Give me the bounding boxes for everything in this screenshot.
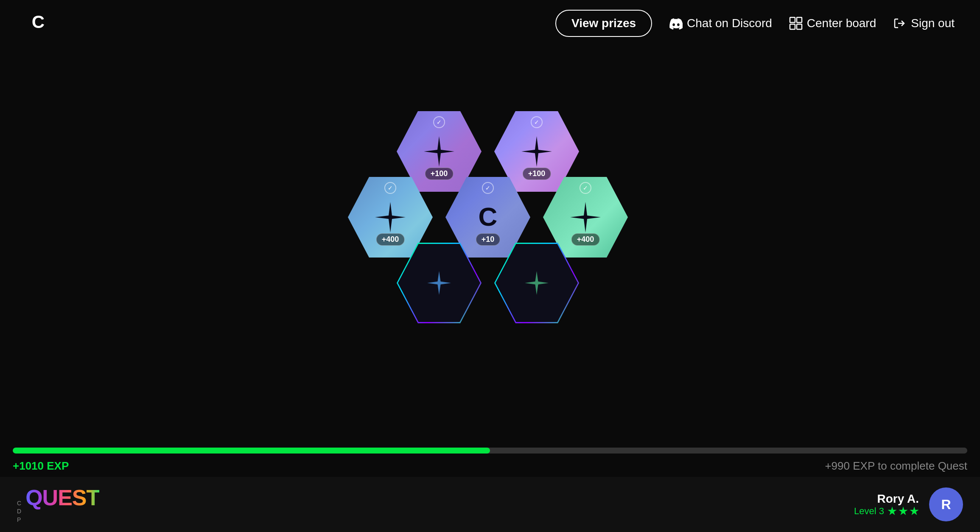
sign-out-label: Sign out — [911, 17, 955, 30]
level-star-1 — [888, 507, 897, 516]
progress-section: +1010 EXP +990 EXP to complete Quest — [13, 448, 967, 473]
hex-bot-left[interactable] — [397, 243, 482, 323]
star-icon-mid-left — [373, 200, 407, 234]
bottom-bar: C D P QUEST Rory A. Level 3 R — [0, 477, 980, 532]
sign-out-icon — [893, 17, 907, 30]
user-level: Level 3 — [854, 506, 919, 517]
level-star-2 — [899, 507, 908, 516]
svg-text:C: C — [32, 12, 45, 32]
star-icon-top-left — [422, 134, 456, 168]
exp-remaining: +990 EXP to complete Quest — [825, 459, 967, 473]
user-name: Rory A. — [854, 492, 919, 506]
coinbase-logo[interactable]: C — [25, 10, 51, 37]
level-star-3 — [910, 507, 919, 516]
level-label: Level 3 — [854, 506, 884, 517]
hex-grid: ✓ +100 ✓ +100 — [363, 111, 617, 383]
check-badge-top-right: ✓ — [531, 116, 543, 128]
discord-label: Chat on Discord — [687, 17, 772, 30]
check-badge-mid-right: ✓ — [580, 182, 591, 194]
discord-icon — [669, 17, 683, 30]
svg-rect-3 — [797, 17, 802, 22]
check-badge-top-left: ✓ — [433, 116, 445, 128]
check-badge-mid-center: ✓ — [482, 182, 494, 194]
center-board-icon — [789, 17, 803, 30]
coinbase-logo-hex: C — [471, 200, 505, 234]
check-badge-mid-left: ✓ — [384, 182, 396, 194]
center-board-label: Center board — [807, 17, 876, 30]
svg-rect-4 — [790, 24, 795, 29]
header-actions: View prizes Chat on Discord Center board… — [555, 10, 955, 37]
progress-bar-track — [13, 448, 967, 454]
view-prizes-button[interactable]: View prizes — [555, 10, 652, 37]
quest-label: QUEST — [25, 485, 99, 510]
cdp-quest-logo: C D P QUEST — [17, 485, 99, 524]
header: C View prizes Chat on Discord Center boa… — [0, 0, 980, 47]
discord-button[interactable]: Chat on Discord — [669, 17, 772, 30]
star-icon-mid-right — [568, 200, 602, 234]
star-icon-bot-right — [522, 268, 552, 298]
progress-labels: +1010 EXP +990 EXP to complete Quest — [13, 459, 967, 473]
user-avatar: R — [929, 487, 963, 521]
progress-bar-fill — [13, 448, 490, 454]
level-stars — [888, 507, 919, 516]
user-info: Rory A. Level 3 — [854, 492, 919, 517]
svg-rect-2 — [790, 17, 795, 22]
board-area: ✓ +100 ✓ +100 — [0, 47, 980, 447]
center-board-button[interactable]: Center board — [789, 17, 876, 30]
hex-bot-right[interactable] — [494, 243, 579, 323]
user-section: Rory A. Level 3 R — [854, 487, 963, 521]
exp-gained: +1010 EXP — [13, 459, 69, 473]
cdp-text: C D P — [17, 499, 21, 524]
sign-out-button[interactable]: Sign out — [893, 17, 955, 30]
star-icon-top-right — [520, 134, 554, 168]
svg-text:C: C — [479, 202, 498, 231]
star-icon-bot-left — [424, 268, 454, 298]
svg-rect-5 — [797, 24, 802, 29]
